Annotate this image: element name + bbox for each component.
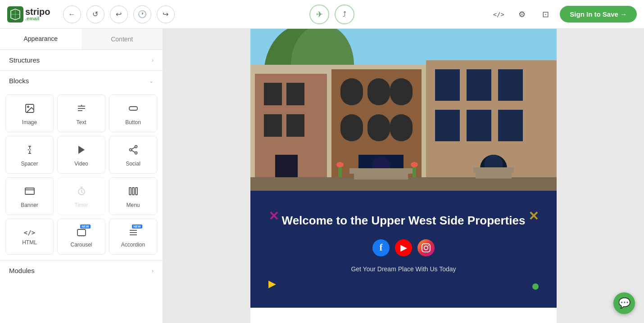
blocks-header[interactable]: Blocks ⌄ (0, 71, 163, 91)
signin-button[interactable]: Sign In to Save → (560, 6, 637, 22)
share-icon: ⤴ (343, 10, 346, 18)
refresh-button[interactable]: ↺ (86, 5, 104, 23)
svg-point-26 (79, 236, 80, 237)
svg-rect-56 (435, 110, 460, 141)
svg-rect-62 (354, 173, 408, 179)
text-block-icon (76, 103, 87, 116)
html-block-icon: </> (24, 229, 35, 236)
svg-rect-25 (77, 229, 86, 236)
block-menu[interactable]: Menu (109, 177, 157, 215)
block-html[interactable]: </> HTML (5, 219, 54, 255)
tab-appearance[interactable]: Appearance (0, 29, 82, 49)
block-image[interactable]: Image (5, 94, 54, 132)
svg-point-2 (27, 106, 29, 108)
undo-icon: ↩ (116, 10, 122, 18)
code-view-button[interactable]: </> (490, 5, 508, 23)
back-icon: ← (68, 10, 76, 18)
structures-chevron-icon: › (152, 57, 154, 63)
youtube-icon[interactable]: ▶ (395, 239, 412, 256)
logo: stripo .email (7, 6, 50, 22)
svg-point-15 (129, 149, 132, 151)
button-block-icon (128, 103, 139, 116)
svg-rect-66 (338, 166, 342, 177)
svg-rect-54 (467, 69, 491, 101)
svg-rect-58 (498, 110, 523, 141)
block-video[interactable]: Video (57, 136, 105, 174)
send-button[interactable]: ✈ (309, 4, 329, 24)
svg-rect-23 (132, 188, 134, 195)
svg-rect-63 (349, 168, 413, 174)
blocks-chevron-icon: ⌄ (149, 78, 154, 84)
logo-email-text: .email (25, 16, 50, 21)
facebook-icon[interactable]: f (372, 239, 390, 256)
menu-block-label: Menu (126, 202, 140, 208)
logo-stripo-text: stripo (25, 7, 50, 16)
svg-rect-48 (367, 114, 390, 141)
svg-rect-46 (390, 78, 413, 105)
carousel-block-icon: NEW (76, 227, 87, 238)
svg-rect-57 (467, 110, 491, 141)
html-block-label: HTML (22, 239, 37, 246)
spacer-block-label: Spacer (21, 161, 38, 167)
social-block-label: Social (126, 161, 141, 167)
refresh-icon: ↺ (92, 10, 98, 18)
device-preview-button[interactable]: ⊡ (536, 5, 554, 23)
svg-rect-45 (367, 78, 390, 105)
social-block-icon (128, 144, 139, 157)
svg-point-27 (81, 236, 82, 237)
share-button[interactable]: ⤴ (335, 4, 354, 24)
svg-rect-40 (264, 114, 282, 137)
svg-rect-47 (340, 114, 363, 141)
footer-arrow-decoration: ▶ (268, 278, 276, 290)
image-block-label: Image (22, 119, 37, 126)
gear-icon: ⚙ (518, 9, 526, 19)
accordion-block-icon: NEW (128, 227, 139, 238)
modules-section[interactable]: Modules › (0, 260, 163, 281)
settings-button[interactable]: ⚙ (513, 5, 531, 23)
timer-block-label: Timer (74, 202, 88, 208)
blocks-section: Blocks ⌄ Image (0, 71, 163, 260)
blocks-grid: Image Text (0, 91, 163, 260)
block-spacer[interactable]: Spacer (5, 136, 54, 174)
instagram-icon[interactable] (417, 239, 435, 256)
canvas[interactable]: ✕ ✕ Welcome to the Upper West Side Prope… (163, 29, 644, 323)
modules-chevron-icon: › (152, 268, 154, 274)
accordion-block-label: Accordion (121, 242, 145, 248)
svg-rect-68 (413, 166, 416, 177)
svg-marker-13 (78, 146, 85, 154)
block-text[interactable]: Text (57, 94, 105, 132)
device-icon: ⊡ (542, 9, 549, 19)
footer-decoration-x1: ✕ (268, 209, 279, 224)
chat-bubble-button[interactable]: 💬 (613, 292, 635, 314)
redo-icon: ↪ (163, 10, 168, 18)
main-layout: Appearance Content Structures › Blocks ⌄ (0, 29, 644, 323)
structures-section[interactable]: Structures › (0, 50, 163, 71)
tab-content[interactable]: Content (82, 29, 163, 49)
sidebar-tabs: Appearance Content (0, 29, 163, 50)
block-accordion[interactable]: NEW Accordion (109, 219, 157, 255)
block-banner[interactable]: Banner (5, 177, 54, 215)
footer-social-links: f ▶ (268, 239, 539, 256)
signin-label: Sign In to Save → (570, 10, 627, 18)
back-button[interactable]: ← (63, 5, 81, 23)
svg-rect-22 (129, 188, 131, 195)
block-social[interactable]: Social (109, 136, 157, 174)
history-button[interactable]: 🕐 (133, 5, 151, 23)
carousel-block-label: Carousel (70, 242, 92, 248)
block-button[interactable]: Button (109, 94, 157, 132)
footer-title: Welcome to the Upper West Side Propertie… (268, 213, 539, 229)
image-block-icon (24, 103, 35, 116)
undo-button[interactable]: ↩ (110, 5, 128, 23)
block-carousel[interactable]: NEW Carousel (57, 219, 105, 255)
svg-rect-24 (136, 188, 137, 195)
video-block-icon (76, 144, 87, 157)
svg-rect-39 (286, 83, 304, 105)
svg-rect-55 (498, 69, 523, 101)
svg-rect-38 (264, 83, 282, 105)
menu-block-icon (128, 186, 139, 198)
redo-button[interactable]: ↪ (157, 5, 175, 23)
svg-line-18 (132, 150, 135, 152)
footer-dot-decoration (532, 283, 539, 290)
sidebar: Appearance Content Structures › Blocks ⌄ (0, 29, 163, 323)
svg-rect-64 (476, 172, 512, 179)
